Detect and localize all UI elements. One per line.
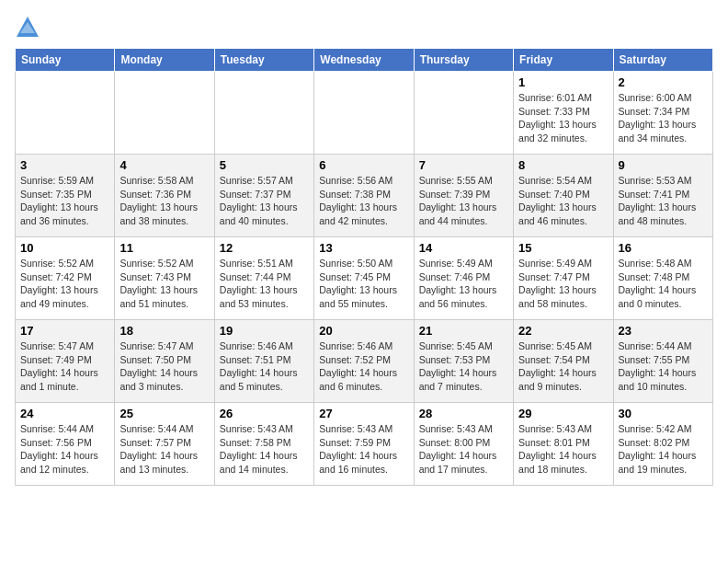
weekday-header-cell: Friday xyxy=(514,49,613,72)
day-info: Sunrise: 5:43 AM Sunset: 7:58 PM Dayligh… xyxy=(220,422,309,477)
calendar-week-row: 10Sunrise: 5:52 AM Sunset: 7:42 PM Dayli… xyxy=(16,237,713,320)
header xyxy=(15,15,713,40)
day-number: 5 xyxy=(220,158,309,172)
calendar-cell: 9Sunrise: 5:53 AM Sunset: 7:41 PM Daylig… xyxy=(613,155,712,237)
calendar-week-row: 1Sunrise: 6:01 AM Sunset: 7:33 PM Daylig… xyxy=(16,72,713,155)
day-info: Sunrise: 6:00 AM Sunset: 7:34 PM Dayligh… xyxy=(619,91,708,145)
calendar-cell: 28Sunrise: 5:43 AM Sunset: 8:00 PM Dayli… xyxy=(414,403,513,486)
weekday-header-cell: Thursday xyxy=(414,49,513,72)
day-info: Sunrise: 5:47 AM Sunset: 7:50 PM Dayligh… xyxy=(119,339,209,394)
day-number: 9 xyxy=(619,158,708,172)
weekday-header-cell: Wednesday xyxy=(314,49,414,72)
day-number: 3 xyxy=(20,158,109,172)
day-number: 20 xyxy=(319,324,408,338)
day-number: 28 xyxy=(419,407,508,420)
day-info: Sunrise: 5:45 AM Sunset: 7:53 PM Dayligh… xyxy=(419,339,508,394)
calendar-cell: 17Sunrise: 5:47 AM Sunset: 7:49 PM Dayli… xyxy=(16,320,115,403)
calendar-cell xyxy=(214,72,313,155)
day-info: Sunrise: 5:56 AM Sunset: 7:38 PM Dayligh… xyxy=(319,174,408,228)
weekday-header-cell: Saturday xyxy=(613,49,712,72)
calendar-cell xyxy=(16,72,115,155)
calendar-week-row: 3Sunrise: 5:59 AM Sunset: 7:35 PM Daylig… xyxy=(16,155,713,237)
day-number: 8 xyxy=(518,158,608,172)
day-number: 24 xyxy=(20,407,109,420)
calendar-cell: 3Sunrise: 5:59 AM Sunset: 7:35 PM Daylig… xyxy=(16,155,115,237)
calendar-cell: 30Sunrise: 5:42 AM Sunset: 8:02 PM Dayli… xyxy=(613,403,712,486)
calendar-cell: 18Sunrise: 5:47 AM Sunset: 7:50 PM Dayli… xyxy=(115,320,214,403)
day-info: Sunrise: 5:54 AM Sunset: 7:40 PM Dayligh… xyxy=(518,174,608,228)
calendar-cell: 27Sunrise: 5:43 AM Sunset: 7:59 PM Dayli… xyxy=(314,403,414,486)
calendar-cell: 25Sunrise: 5:44 AM Sunset: 7:57 PM Dayli… xyxy=(115,403,214,486)
day-info: Sunrise: 5:44 AM Sunset: 7:55 PM Dayligh… xyxy=(619,339,708,394)
calendar-cell xyxy=(414,72,513,155)
calendar-cell: 7Sunrise: 5:55 AM Sunset: 7:39 PM Daylig… xyxy=(414,155,513,237)
day-number: 29 xyxy=(518,407,608,420)
weekday-header-cell: Monday xyxy=(115,49,214,72)
calendar-week-row: 17Sunrise: 5:47 AM Sunset: 7:49 PM Dayli… xyxy=(16,320,713,403)
calendar-cell: 29Sunrise: 5:43 AM Sunset: 8:01 PM Dayli… xyxy=(514,403,613,486)
day-number: 25 xyxy=(119,407,209,420)
calendar-cell: 8Sunrise: 5:54 AM Sunset: 7:40 PM Daylig… xyxy=(514,155,613,237)
day-info: Sunrise: 5:49 AM Sunset: 7:47 PM Dayligh… xyxy=(518,257,608,311)
day-info: Sunrise: 5:45 AM Sunset: 7:54 PM Dayligh… xyxy=(518,339,608,394)
day-info: Sunrise: 5:42 AM Sunset: 8:02 PM Dayligh… xyxy=(619,422,708,477)
day-number: 2 xyxy=(619,75,708,89)
calendar: SundayMondayTuesdayWednesdayThursdayFrid… xyxy=(15,48,713,486)
calendar-cell: 10Sunrise: 5:52 AM Sunset: 7:42 PM Dayli… xyxy=(16,237,115,320)
calendar-cell: 2Sunrise: 6:00 AM Sunset: 7:34 PM Daylig… xyxy=(613,72,712,155)
day-number: 1 xyxy=(518,75,608,89)
day-number: 7 xyxy=(419,158,508,172)
day-info: Sunrise: 5:52 AM Sunset: 7:43 PM Dayligh… xyxy=(119,257,209,311)
weekday-header-row: SundayMondayTuesdayWednesdayThursdayFrid… xyxy=(16,49,713,72)
day-number: 19 xyxy=(220,324,309,338)
calendar-cell: 1Sunrise: 6:01 AM Sunset: 7:33 PM Daylig… xyxy=(514,72,613,155)
day-number: 11 xyxy=(119,241,209,255)
day-info: Sunrise: 5:51 AM Sunset: 7:44 PM Dayligh… xyxy=(220,257,309,311)
day-number: 23 xyxy=(619,324,708,338)
day-info: Sunrise: 6:01 AM Sunset: 7:33 PM Dayligh… xyxy=(518,91,608,145)
calendar-cell: 24Sunrise: 5:44 AM Sunset: 7:56 PM Dayli… xyxy=(16,403,115,486)
calendar-cell: 6Sunrise: 5:56 AM Sunset: 7:38 PM Daylig… xyxy=(314,155,414,237)
weekday-header-cell: Tuesday xyxy=(214,49,313,72)
day-number: 22 xyxy=(518,324,608,338)
day-info: Sunrise: 5:50 AM Sunset: 7:45 PM Dayligh… xyxy=(319,257,408,311)
day-info: Sunrise: 5:58 AM Sunset: 7:36 PM Dayligh… xyxy=(119,174,209,228)
calendar-cell: 16Sunrise: 5:48 AM Sunset: 7:48 PM Dayli… xyxy=(613,237,712,320)
day-info: Sunrise: 5:52 AM Sunset: 7:42 PM Dayligh… xyxy=(20,257,109,311)
day-number: 30 xyxy=(619,407,708,420)
day-number: 18 xyxy=(119,324,209,338)
day-info: Sunrise: 5:43 AM Sunset: 7:59 PM Dayligh… xyxy=(319,422,408,477)
day-number: 6 xyxy=(319,158,408,172)
calendar-cell: 12Sunrise: 5:51 AM Sunset: 7:44 PM Dayli… xyxy=(214,237,313,320)
day-number: 26 xyxy=(220,407,309,420)
day-number: 21 xyxy=(419,324,508,338)
day-number: 13 xyxy=(319,241,408,255)
day-number: 27 xyxy=(319,407,408,420)
calendar-cell: 13Sunrise: 5:50 AM Sunset: 7:45 PM Dayli… xyxy=(314,237,414,320)
calendar-week-row: 24Sunrise: 5:44 AM Sunset: 7:56 PM Dayli… xyxy=(16,403,713,486)
day-info: Sunrise: 5:57 AM Sunset: 7:37 PM Dayligh… xyxy=(220,174,309,228)
day-info: Sunrise: 5:44 AM Sunset: 7:56 PM Dayligh… xyxy=(20,422,109,477)
calendar-body: 1Sunrise: 6:01 AM Sunset: 7:33 PM Daylig… xyxy=(16,72,713,486)
calendar-cell: 5Sunrise: 5:57 AM Sunset: 7:37 PM Daylig… xyxy=(214,155,313,237)
logo-icon xyxy=(15,15,40,40)
calendar-cell: 20Sunrise: 5:46 AM Sunset: 7:52 PM Dayli… xyxy=(314,320,414,403)
calendar-cell: 11Sunrise: 5:52 AM Sunset: 7:43 PM Dayli… xyxy=(115,237,214,320)
calendar-cell xyxy=(314,72,414,155)
day-number: 10 xyxy=(20,241,109,255)
weekday-header-cell: Sunday xyxy=(16,49,115,72)
calendar-cell xyxy=(115,72,214,155)
day-info: Sunrise: 5:44 AM Sunset: 7:57 PM Dayligh… xyxy=(119,422,209,477)
calendar-cell: 14Sunrise: 5:49 AM Sunset: 7:46 PM Dayli… xyxy=(414,237,513,320)
day-info: Sunrise: 5:46 AM Sunset: 7:52 PM Dayligh… xyxy=(319,339,408,394)
calendar-cell: 22Sunrise: 5:45 AM Sunset: 7:54 PM Dayli… xyxy=(514,320,613,403)
day-info: Sunrise: 5:49 AM Sunset: 7:46 PM Dayligh… xyxy=(419,257,508,311)
logo xyxy=(15,15,44,40)
day-info: Sunrise: 5:43 AM Sunset: 8:00 PM Dayligh… xyxy=(419,422,508,477)
day-info: Sunrise: 5:55 AM Sunset: 7:39 PM Dayligh… xyxy=(419,174,508,228)
calendar-cell: 4Sunrise: 5:58 AM Sunset: 7:36 PM Daylig… xyxy=(115,155,214,237)
calendar-cell: 19Sunrise: 5:46 AM Sunset: 7:51 PM Dayli… xyxy=(214,320,313,403)
day-number: 12 xyxy=(220,241,309,255)
day-info: Sunrise: 5:46 AM Sunset: 7:51 PM Dayligh… xyxy=(220,339,309,394)
calendar-cell: 26Sunrise: 5:43 AM Sunset: 7:58 PM Dayli… xyxy=(214,403,313,486)
